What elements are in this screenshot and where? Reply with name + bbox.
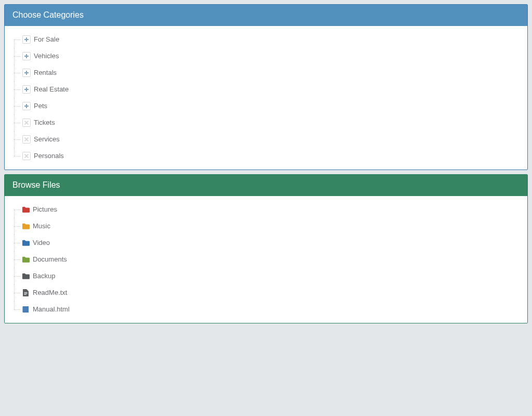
- x-icon: [24, 120, 29, 125]
- tree-row[interactable]: Pictures: [22, 205, 524, 214]
- folder-icon: [22, 239, 30, 246]
- categories-panel: Choose Categories For Sale Vehicles Rent…: [4, 4, 528, 170]
- tree-row[interactable]: Tickets: [22, 119, 524, 127]
- file-item-manual: Manual.html: [14, 301, 524, 318]
- tree-row[interactable]: Backup: [22, 272, 524, 280]
- tree-row[interactable]: Manual.html: [22, 305, 524, 314]
- category-label: Pets: [34, 102, 47, 110]
- category-label: Services: [34, 135, 60, 144]
- expand-icon[interactable]: [22, 85, 31, 94]
- leaf-icon[interactable]: [22, 135, 31, 144]
- files-tree: Pictures Music Video: [8, 201, 524, 318]
- category-item-personals: Personals: [14, 148, 524, 164]
- tree-row[interactable]: Video: [22, 239, 524, 247]
- category-label: Real Estate: [34, 85, 69, 94]
- leaf-icon[interactable]: [22, 119, 31, 127]
- tree-row[interactable]: Documents: [22, 255, 524, 264]
- plus-icon: [24, 37, 29, 42]
- file-label: Documents: [33, 255, 67, 264]
- book-icon: [22, 306, 30, 313]
- svg-rect-0: [24, 292, 28, 293]
- x-icon: [24, 153, 29, 159]
- files-panel-title: Browse Files: [12, 180, 60, 189]
- category-item-tickets: Tickets: [14, 114, 524, 131]
- plus-icon: [24, 87, 29, 92]
- file-item-video: Video: [14, 235, 524, 251]
- categories-tree: For Sale Vehicles Rentals Real Estate: [8, 31, 524, 164]
- file-label: ReadMe.txt: [33, 289, 67, 297]
- tree-row[interactable]: Music: [22, 222, 524, 230]
- file-label: Pictures: [33, 205, 57, 214]
- expand-icon[interactable]: [22, 35, 31, 44]
- file-item-documents: Documents: [14, 251, 524, 268]
- file-item-pictures: Pictures: [14, 201, 524, 218]
- leaf-icon[interactable]: [22, 152, 31, 160]
- files-panel: Browse Files Pictures Music: [4, 174, 528, 323]
- categories-panel-body: For Sale Vehicles Rentals Real Estate: [5, 26, 527, 170]
- category-item-vehicles: Vehicles: [14, 48, 524, 64]
- category-item-services: Services: [14, 131, 524, 148]
- file-label: Manual.html: [33, 305, 70, 314]
- plus-icon: [24, 54, 29, 58]
- categories-panel-heading: Choose Categories: [5, 5, 527, 26]
- files-panel-body: Pictures Music Video: [5, 196, 527, 323]
- tree-row[interactable]: Services: [22, 135, 524, 144]
- tree-row[interactable]: Personals: [22, 152, 524, 160]
- category-label: For Sale: [34, 35, 59, 44]
- x-icon: [24, 137, 29, 142]
- svg-rect-2: [24, 294, 26, 295]
- category-item-pets: Pets: [14, 98, 524, 114]
- folder-icon: [22, 206, 30, 213]
- category-label: Vehicles: [34, 52, 59, 60]
- file-item-backup: Backup: [14, 268, 524, 284]
- file-label: Music: [33, 222, 50, 230]
- svg-rect-1: [24, 293, 28, 294]
- plus-icon: [24, 104, 29, 108]
- folder-icon: [22, 256, 30, 263]
- category-item-real-estate: Real Estate: [14, 81, 524, 98]
- expand-icon[interactable]: [22, 102, 31, 110]
- category-label: Rentals: [34, 69, 57, 77]
- tree-row[interactable]: ReadMe.txt: [22, 289, 524, 297]
- file-text-icon: [22, 289, 30, 296]
- category-item-for-sale: For Sale: [14, 31, 524, 48]
- tree-row[interactable]: For Sale: [22, 35, 524, 44]
- category-item-rentals: Rentals: [14, 64, 524, 81]
- files-panel-heading: Browse Files: [5, 175, 527, 196]
- file-label: Backup: [33, 272, 55, 280]
- file-item-music: Music: [14, 218, 524, 235]
- expand-icon[interactable]: [22, 52, 31, 60]
- file-item-readme: ReadMe.txt: [14, 284, 524, 301]
- expand-icon[interactable]: [22, 69, 31, 77]
- category-label: Tickets: [34, 119, 55, 127]
- category-label: Personals: [34, 152, 64, 160]
- folder-icon: [22, 223, 30, 230]
- file-label: Video: [33, 239, 50, 247]
- tree-row[interactable]: Real Estate: [22, 85, 524, 94]
- categories-panel-title: Choose Categories: [12, 10, 84, 19]
- plus-icon: [24, 71, 29, 75]
- folder-icon: [22, 272, 30, 280]
- tree-row[interactable]: Vehicles: [22, 52, 524, 60]
- tree-row[interactable]: Rentals: [22, 69, 524, 77]
- tree-row[interactable]: Pets: [22, 102, 524, 110]
